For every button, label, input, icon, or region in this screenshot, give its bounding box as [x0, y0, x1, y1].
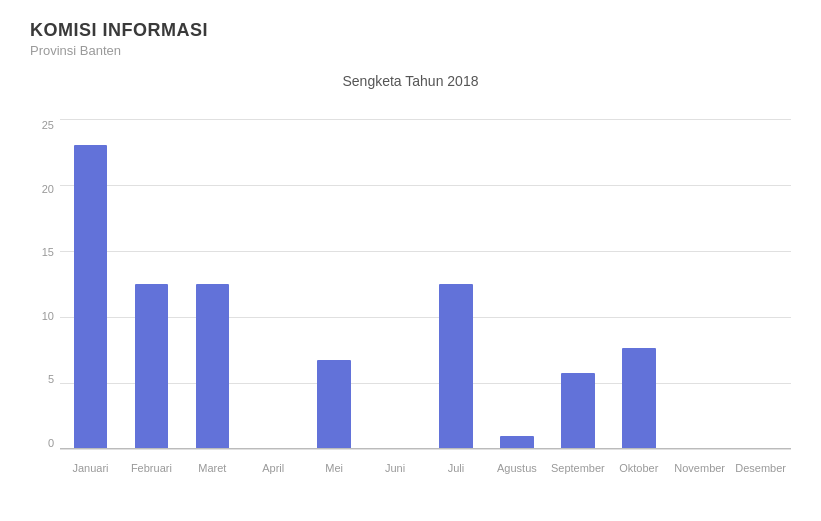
bar-september [561, 373, 595, 449]
bar-maret [196, 284, 230, 449]
x-label-juli: Juli [426, 462, 487, 479]
x-label-agustus: Agustus [486, 462, 547, 479]
chart-container: Sengketa Tahun 2018 25 20 15 10 5 0 [0, 63, 821, 499]
y-label-25: 25 [42, 119, 58, 131]
bar-juli [439, 284, 473, 449]
x-label-februari: Februari [121, 462, 182, 479]
bar-col-april [243, 119, 304, 449]
x-label-maret: Maret [182, 462, 243, 479]
x-label-juni: Juni [365, 462, 426, 479]
bar-col-september [547, 119, 608, 449]
x-label-desember: Desember [730, 462, 791, 479]
y-axis-labels: 25 20 15 10 5 0 [30, 119, 58, 449]
x-label-oktober: Oktober [608, 462, 669, 479]
bar-col-juli [426, 119, 487, 449]
bar-col-desember [730, 119, 791, 449]
y-label-20: 20 [42, 183, 58, 195]
bar-oktober [622, 348, 656, 449]
bar-col-mei [304, 119, 365, 449]
x-label-januari: Januari [60, 462, 121, 479]
bar-col-januari [60, 119, 121, 449]
x-label-april: April [243, 462, 304, 479]
bar-col-maret [182, 119, 243, 449]
bar-col-februari [121, 119, 182, 449]
y-label-5: 5 [48, 373, 58, 385]
bars-row [60, 119, 791, 449]
x-labels-row: Januari Februari Maret April Mei Juni Ju… [60, 449, 791, 479]
chart-area: 25 20 15 10 5 0 [30, 99, 791, 479]
x-label-november: November [669, 462, 730, 479]
page-subtitle: Provinsi Banten [30, 43, 791, 58]
x-label-september: September [547, 462, 608, 479]
y-label-10: 10 [42, 310, 58, 322]
bar-februari [135, 284, 169, 449]
bar-mei [317, 360, 351, 449]
page-title: KOMISI INFORMASI [30, 20, 791, 41]
y-label-15: 15 [42, 246, 58, 258]
x-label-mei: Mei [304, 462, 365, 479]
chart-title: Sengketa Tahun 2018 [30, 73, 791, 89]
bar-col-juni [365, 119, 426, 449]
bar-col-november [669, 119, 730, 449]
page-header: KOMISI INFORMASI Provinsi Banten [0, 0, 821, 63]
y-label-0: 0 [48, 437, 58, 449]
bar-col-agustus [486, 119, 547, 449]
bar-januari [74, 145, 108, 449]
bars-and-xlabels: Januari Februari Maret April Mei Juni Ju… [60, 119, 791, 479]
bar-col-oktober [608, 119, 669, 449]
